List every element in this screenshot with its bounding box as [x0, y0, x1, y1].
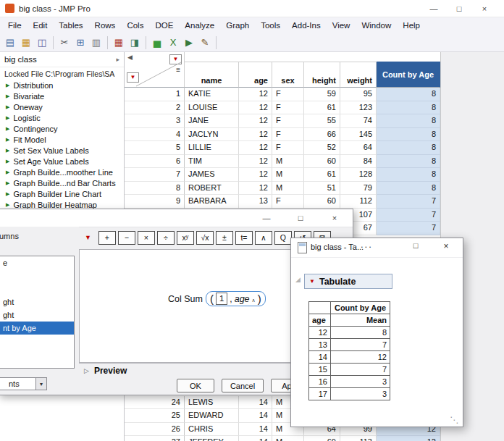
menu-window[interactable]: Window	[356, 19, 397, 32]
cell-age[interactable]: 14	[239, 396, 272, 410]
row-number-cell[interactable]: 2	[125, 101, 185, 115]
menu-view[interactable]: View	[327, 19, 356, 32]
edit-script-icon[interactable]: ✎	[198, 35, 212, 50]
row-number-cell[interactable]: 1	[125, 88, 185, 101]
cell-name[interactable]: LEWIS	[185, 396, 239, 410]
cell-count-by-age[interactable]: 7	[377, 209, 440, 222]
menu-add-ins[interactable]: Add-Ins	[286, 19, 327, 32]
menu-tables[interactable]: Tables	[53, 19, 88, 32]
script-contingency[interactable]: ▶Contingency	[0, 123, 124, 134]
column-header-name[interactable]: name	[185, 62, 239, 88]
cell-name[interactable]: JAMES	[185, 168, 239, 182]
column-header-sex[interactable]: sex	[272, 62, 304, 88]
row-number-cell[interactable]: 8	[125, 182, 185, 196]
script-graph-builde-moother-line[interactable]: ▶Graph Builde...moother Line	[0, 167, 124, 177]
new-table-icon[interactable]: ▦	[112, 35, 126, 50]
formula-button-9[interactable]: Q	[274, 231, 292, 245]
menu-doe[interactable]: DOE	[149, 19, 179, 32]
cell-weight[interactable]: 64	[340, 141, 377, 155]
formula-button-5[interactable]: √x	[196, 231, 214, 245]
cut-icon[interactable]: ✂	[57, 35, 72, 50]
cell-sex[interactable]: F	[272, 128, 304, 142]
script-set-age-value-labels[interactable]: ▶Set Age Value Labels	[0, 156, 124, 167]
cell-weight[interactable]: 95	[340, 88, 377, 101]
column-header-height[interactable]: height	[304, 62, 340, 88]
formula-expression[interactable]: Col Sum ( 1 , age ∧ )	[168, 291, 266, 306]
cell-name[interactable]: BARBARA	[185, 195, 239, 209]
row-number-cell[interactable]: 24	[125, 396, 185, 410]
tabulate-close-icon[interactable]: ×	[437, 241, 455, 251]
cell-sex[interactable]: M	[272, 155, 304, 169]
cell-age[interactable]: 12	[239, 88, 272, 101]
cell-weight[interactable]: 112	[340, 195, 377, 209]
menu-analyze[interactable]: Analyze	[179, 19, 220, 32]
excel-icon[interactable]: X	[166, 35, 180, 50]
script-fit-model[interactable]: ▶Fit Model	[0, 134, 124, 145]
cell-count-by-age[interactable]: 8	[377, 88, 440, 101]
cell-weight[interactable]: 128	[340, 168, 377, 182]
cell-age[interactable]: 12	[239, 155, 272, 169]
formula-function[interactable]: Col Sum	[168, 294, 203, 304]
cell-name[interactable]: ROBERT	[185, 182, 239, 196]
cell-sex[interactable]: M	[272, 436, 304, 441]
panel-collapse-icon[interactable]: ▸	[116, 56, 119, 63]
cell-height[interactable]: 59	[304, 88, 340, 101]
cell-height[interactable]: 61	[304, 101, 340, 115]
menu-edit[interactable]: Edit	[28, 19, 54, 32]
resize-grip-icon[interactable]: ⋱	[450, 415, 458, 425]
menu-help[interactable]: Help	[397, 19, 426, 32]
row-number-cell[interactable]: 3	[125, 114, 185, 128]
formula-column-ref[interactable]: age	[235, 294, 250, 304]
cell-name[interactable]: LOUISE	[185, 101, 239, 115]
column-header-count-by-age[interactable]: Count by Age	[377, 62, 440, 88]
cell-count-by-age[interactable]: 8	[377, 141, 440, 155]
script-set-sex-value-labels[interactable]: ▶Set Sex Value Labels	[0, 145, 124, 156]
cell-name[interactable]: EDWARD	[185, 409, 239, 423]
script-graph-builde-nd-bar-charts[interactable]: ▶Graph Builde...nd Bar Charts	[0, 177, 124, 188]
formula-menu-icon[interactable]: ▼	[85, 235, 91, 241]
save-icon[interactable]: ◫	[35, 35, 49, 50]
formula-column-item-2[interactable]	[0, 282, 74, 295]
cell-sex[interactable]: F	[272, 141, 304, 155]
minimize-icon[interactable]: —	[423, 1, 445, 16]
menu-cols[interactable]: Cols	[121, 19, 149, 32]
row-number-cell[interactable]: 7	[125, 168, 185, 182]
tabulate-header[interactable]: ▼ Tabulate	[304, 274, 392, 289]
new-journal-icon[interactable]: ▤	[3, 35, 17, 50]
cell-name[interactable]: JANE	[185, 114, 239, 128]
formula-button-2[interactable]: ×	[138, 231, 155, 245]
row-number-cell[interactable]: 25	[125, 409, 185, 423]
chart-icon[interactable]: ▅	[150, 35, 164, 50]
formula-constant[interactable]: 1	[216, 293, 227, 305]
cell-age[interactable]: 13	[239, 195, 272, 209]
cell-height[interactable]: 66	[304, 128, 340, 142]
cell-age[interactable]: 12	[239, 168, 272, 182]
report-disclosure-icon[interactable]: ◢	[295, 276, 301, 283]
row-number-cell[interactable]: 9	[125, 195, 185, 209]
cell-count-by-age[interactable]: 8	[377, 168, 440, 182]
cell-height[interactable]: 60	[304, 155, 340, 169]
cell-weight[interactable]: 84	[340, 155, 377, 169]
ok-button[interactable]: OK	[177, 379, 214, 392]
cell-name[interactable]: TIM	[185, 155, 239, 169]
cell-count-by-age[interactable]: 8	[377, 182, 440, 196]
row-number-cell[interactable]: 26	[125, 423, 185, 437]
cell-count-by-age[interactable]: 7	[377, 222, 440, 235]
tabulate-menu-icon[interactable]: ▼	[309, 279, 315, 285]
cell-weight[interactable]: 79	[340, 182, 377, 196]
row-number-cell[interactable]: 5	[125, 141, 185, 155]
cell-weight[interactable]: 74	[340, 114, 377, 128]
formula-column-item-5[interactable]: nt by Age	[0, 322, 74, 335]
cell-count-by-age[interactable]: 8	[377, 101, 440, 115]
cell-weight[interactable]: 113	[340, 436, 377, 441]
row-number-cell[interactable]: 27	[125, 436, 185, 441]
cell-sex[interactable]: F	[272, 101, 304, 115]
cell-sex[interactable]: M	[272, 182, 304, 196]
cell-height[interactable]: 69	[304, 436, 340, 441]
formula-column-item-1[interactable]	[0, 269, 74, 282]
cell-count-by-age[interactable]: 8	[377, 114, 440, 128]
cell-name[interactable]: JACLYN	[185, 128, 239, 142]
formula-button-3[interactable]: ÷	[157, 231, 175, 245]
formula-button-1[interactable]: −	[118, 231, 135, 245]
close-icon[interactable]: ×	[474, 1, 495, 16]
